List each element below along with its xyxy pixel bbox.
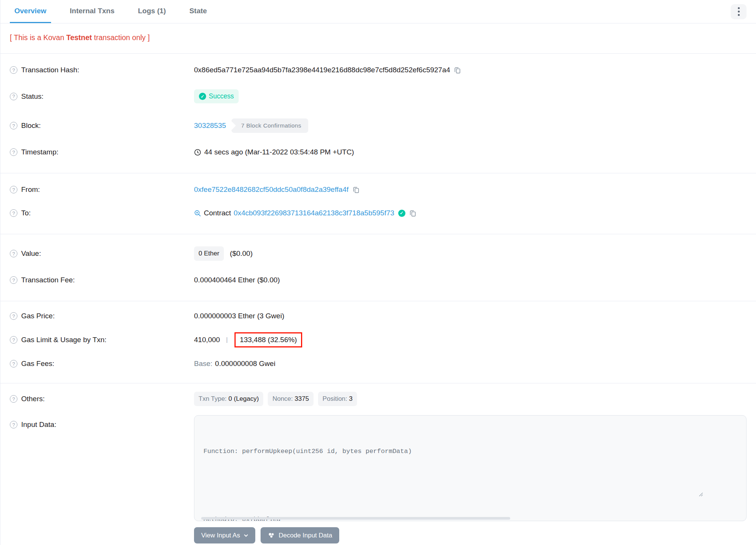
clock-icon: [194, 149, 201, 156]
gas-price-value: 0.000000003 Ether (3 Gwei): [194, 312, 284, 320]
status-badge: ✓ Success: [194, 89, 239, 103]
kebab-menu-button[interactable]: [731, 4, 747, 19]
block-number-link[interactable]: 30328535: [194, 121, 226, 130]
success-check-icon: ✓: [199, 93, 206, 100]
zoom-contract-icon[interactable]: [194, 210, 201, 217]
gas-limit-separator: |: [226, 336, 228, 344]
gas-limit-value: 410,000: [194, 336, 220, 344]
gas-fees-label: Gas Fees:: [21, 360, 54, 368]
value-usd: ($0.00): [230, 249, 253, 258]
row-gas-price: Gas Price: 0.000000003 Ether (3 Gwei): [10, 306, 747, 326]
transaction-hash-label: Transaction Hash:: [21, 66, 79, 74]
position-value: 3: [349, 395, 352, 402]
resize-handle[interactable]: [699, 469, 745, 519]
tab-bar: Overview Internal Txns Logs (1) State: [0, 0, 756, 23]
input-function-line: Function: performUpkeep(uint256 id, byte…: [203, 446, 737, 457]
block-label: Block:: [21, 121, 41, 130]
tab-state[interactable]: State: [185, 0, 211, 23]
gas-limit-label: Gas Limit & Usage by Txn:: [21, 336, 107, 344]
row-value: Value: 0 Ether ($0.00): [10, 239, 747, 268]
status-label: Status:: [21, 92, 43, 101]
others-label: Others:: [21, 395, 45, 403]
timestamp-label: Timestamp:: [21, 148, 59, 156]
help-icon[interactable]: [10, 186, 17, 193]
help-icon[interactable]: [10, 66, 17, 74]
decode-input-data-label: Decode Input Data: [279, 532, 332, 539]
row-gas-fees: Gas Fees: Base: 0.000000008 Gwei: [10, 353, 747, 374]
value-label: Value:: [21, 249, 41, 258]
view-input-as-button[interactable]: View Input As: [194, 527, 255, 543]
from-label: From:: [21, 185, 40, 194]
help-icon[interactable]: [10, 312, 17, 320]
input-data-label: Input Data:: [21, 420, 56, 429]
help-icon[interactable]: [10, 360, 17, 367]
to-address-link[interactable]: 0x4cb093f226983713164a62138c3f718a5b595f…: [234, 209, 394, 217]
position-key: Position:: [323, 395, 347, 402]
copy-icon[interactable]: [454, 67, 461, 74]
gas-usage-annotation-box: 133,488 (32.56%): [234, 332, 302, 347]
help-icon[interactable]: [10, 93, 17, 100]
row-transaction-hash: Transaction Hash: 0x86ed5a771e725aa94d5b…: [10, 58, 747, 82]
tab-internal-txns[interactable]: Internal Txns: [65, 0, 119, 23]
verified-check-icon: ✓: [398, 210, 405, 217]
row-block: Block: 30328535 7 Block Confirmations: [10, 111, 747, 140]
copy-icon[interactable]: [352, 186, 360, 193]
help-icon[interactable]: [10, 250, 17, 257]
transaction-hash-value: 0x86ed5a771e725aa94d5b7fa2398e4419e216d8…: [194, 66, 450, 74]
transaction-fee-label: Transaction Fee:: [21, 276, 75, 284]
row-status: Status: ✓ Success: [10, 82, 747, 111]
row-gas-limit-usage: Gas Limit & Usage by Txn: 410,000 | 133,…: [10, 326, 747, 353]
help-icon[interactable]: [10, 276, 17, 284]
kebab-menu-icon: [738, 7, 740, 9]
gas-price-label: Gas Price:: [21, 312, 55, 320]
to-label: To:: [21, 209, 31, 217]
row-transaction-fee: Transaction Fee: 0.000400464 Ether ($0.0…: [10, 268, 747, 292]
nonce-value: 3375: [295, 395, 309, 402]
kebab-menu-icon: [738, 14, 740, 16]
decode-input-data-button[interactable]: Decode Input Data: [261, 527, 340, 543]
txn-type-value: 0 (Legacy): [228, 395, 259, 402]
help-icon[interactable]: [10, 148, 17, 156]
testnet-notice-prefix: [ This is a Kovan: [10, 33, 66, 42]
help-icon[interactable]: [10, 395, 17, 403]
horizontal-scrollbar[interactable]: [201, 517, 510, 520]
input-data-textarea[interactable]: Function: performUpkeep(uint256 id, byte…: [194, 415, 747, 521]
row-from: From: 0xfee7522e8482682cf50ddc50a0f8da2a…: [10, 178, 747, 201]
copy-icon[interactable]: [409, 210, 416, 217]
block-confirmations-badge: 7 Block Confirmations: [231, 118, 308, 133]
help-icon[interactable]: [10, 122, 17, 129]
txn-type-badge: Txn Type: 0 (Legacy): [194, 392, 263, 406]
value-badge: 0 Ether: [194, 246, 224, 261]
to-contract-word: Contract: [204, 209, 231, 217]
decode-icon: [268, 532, 275, 539]
testnet-notice-suffix: transaction only ]: [92, 33, 150, 42]
tab-overview[interactable]: Overview: [10, 0, 51, 23]
tab-logs[interactable]: Logs (1): [134, 0, 171, 23]
chevron-down-icon: [244, 534, 248, 537]
gas-fees-base-label: Base:: [194, 360, 213, 368]
gas-usage-value: 133,488 (32.56%): [240, 336, 297, 344]
row-input-data: Input Data: Function: performUpkeep(uint…: [10, 415, 747, 543]
gas-fees-base-value: 0.000000008 Gwei: [215, 360, 276, 368]
status-value: Success: [209, 92, 234, 100]
help-icon[interactable]: [10, 336, 17, 344]
transaction-fee-value: 0.000400464 Ether ($0.00): [194, 276, 280, 284]
row-others: Others: Txn Type: 0 (Legacy) Nonce: 3375…: [10, 388, 747, 415]
help-icon[interactable]: [10, 421, 17, 428]
txn-type-key: Txn Type:: [199, 395, 227, 402]
row-to: To: Contract 0x4cb093f226983713164a62138…: [10, 201, 747, 225]
timestamp-value: 44 secs ago (Mar-11-2022 03:54:48 PM +UT…: [204, 148, 354, 156]
position-badge: Position: 3: [318, 392, 357, 406]
nonce-badge: Nonce: 3375: [268, 392, 313, 406]
nonce-key: Nonce:: [272, 395, 293, 402]
row-timestamp: Timestamp: 44 secs ago (Mar-11-2022 03:5…: [10, 140, 747, 164]
help-icon[interactable]: [10, 209, 17, 217]
view-input-as-label: View Input As: [201, 532, 240, 539]
testnet-notice: [ This is a Kovan Testnet transaction on…: [10, 33, 747, 42]
testnet-notice-bold: Testnet: [66, 33, 92, 42]
from-address-link[interactable]: 0xfee7522e8482682cf50ddc50a0f8da2a39effa…: [194, 185, 349, 194]
kebab-menu-icon: [738, 11, 740, 12]
